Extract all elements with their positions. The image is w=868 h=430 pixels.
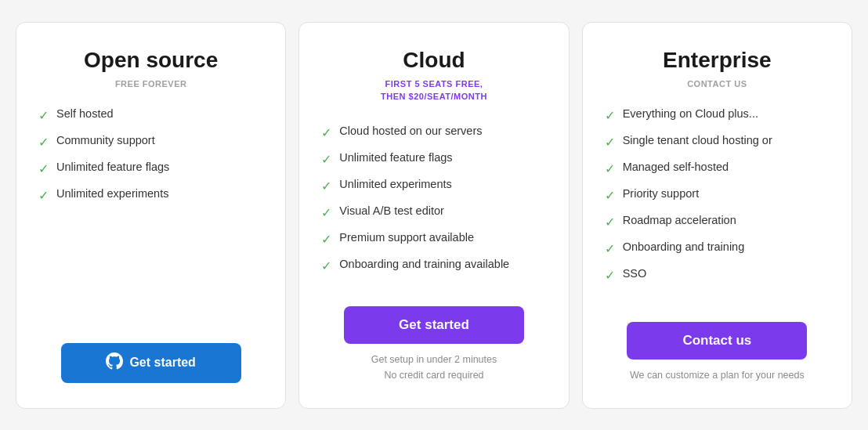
list-item: ✓ Cloud hosted on our servers	[321, 125, 546, 140]
check-icon: ✓	[605, 108, 615, 123]
check-icon: ✓	[321, 152, 331, 167]
list-item: ✓ Onboarding and training	[605, 240, 830, 256]
feature-label: Managed self-hosted	[623, 161, 729, 173]
open-source-card: Open source FREE FOREVER ✓ Self hosted ✓…	[16, 22, 286, 409]
list-item: ✓ Roadmap acceleration	[605, 214, 830, 229]
feature-label: Cloud hosted on our servers	[339, 125, 482, 137]
cloud-below-button-text: Get setup in under 2 minutesNo credit ca…	[371, 352, 497, 383]
list-item: ✓ Single tenant cloud hosting or	[605, 134, 830, 150]
cloud-button-label: Get started	[399, 317, 469, 333]
cloud-subtitle-block: FIRST 5 SEATS FREE, THEN $20/SEAT/MONTH	[381, 79, 487, 104]
check-icon: ✓	[321, 205, 331, 220]
feature-label: Self hosted	[56, 107, 114, 120]
check-icon: ✓	[321, 232, 331, 247]
check-icon: ✓	[38, 188, 49, 203]
check-icon: ✓	[605, 188, 615, 203]
list-item: ✓ Self hosted	[38, 107, 263, 123]
feature-label: Priority support	[623, 187, 700, 200]
github-icon	[106, 352, 123, 374]
pricing-container: Open source FREE FOREVER ✓ Self hosted ✓…	[16, 22, 852, 409]
check-icon: ✓	[38, 108, 49, 123]
cloud-subtitle-line2: THEN $20/SEAT/MONTH	[381, 92, 487, 101]
cloud-card: Cloud FIRST 5 SEATS FREE, THEN $20/SEAT/…	[298, 22, 569, 409]
feature-label: Unlimited feature flags	[339, 151, 452, 164]
list-item: ✓ Visual A/B test editor	[321, 204, 546, 220]
open-source-button-label: Get started	[129, 356, 195, 370]
enterprise-features: ✓ Everything on Cloud plus... ✓ Single t…	[605, 107, 830, 294]
list-item: ✓ Everything on Cloud plus...	[605, 107, 830, 123]
list-item: ✓ Unlimited experiments	[38, 187, 263, 203]
cloud-features: ✓ Cloud hosted on our servers ✓ Unlimite…	[321, 125, 546, 284]
list-item: ✓ Community support	[38, 134, 263, 150]
list-item: ✓ Unlimited experiments	[321, 178, 546, 193]
feature-label: Unlimited feature flags	[56, 161, 169, 173]
feature-label: Onboarding and training available	[339, 258, 509, 270]
list-item: ✓ Onboarding and training available	[321, 258, 546, 273]
enterprise-contact-us-button[interactable]: Contact us	[627, 322, 807, 360]
feature-label: Roadmap acceleration	[623, 214, 736, 226]
list-item: ✓ Unlimited feature flags	[38, 161, 263, 176]
list-item: ✓ Managed self-hosted	[605, 161, 830, 176]
check-icon: ✓	[605, 268, 615, 283]
open-source-title: Open source	[84, 48, 218, 73]
feature-label: Unlimited experiments	[56, 187, 168, 200]
open-source-subtitle: FREE FOREVER	[115, 79, 187, 89]
enterprise-button-label: Contact us	[682, 333, 751, 349]
check-icon: ✓	[321, 258, 331, 273]
check-icon: ✓	[321, 125, 331, 140]
check-icon: ✓	[605, 161, 615, 176]
check-icon: ✓	[321, 179, 331, 193]
cloud-title: Cloud	[403, 48, 465, 73]
feature-label: Onboarding and training	[623, 240, 745, 253]
feature-label: Visual A/B test editor	[339, 204, 444, 217]
check-icon: ✓	[605, 215, 615, 229]
check-icon: ✓	[38, 161, 49, 176]
list-item: ✓ Priority support	[605, 187, 830, 203]
list-item: ✓ Premium support available	[321, 231, 546, 247]
feature-label: Community support	[56, 134, 155, 146]
feature-label: Single tenant cloud hosting or	[623, 134, 772, 146]
list-item: ✓ SSO	[605, 267, 830, 283]
open-source-features: ✓ Self hosted ✓ Community support ✓ Unli…	[38, 107, 263, 214]
check-icon: ✓	[605, 241, 615, 256]
feature-label: Unlimited experiments	[339, 178, 451, 190]
check-icon: ✓	[605, 135, 615, 150]
list-item: ✓ Unlimited feature flags	[321, 151, 546, 167]
enterprise-below-button-text: We can customize a plan for your needs	[630, 367, 805, 383]
cloud-subtitle-line1: FIRST 5 SEATS FREE,	[381, 79, 487, 89]
feature-label: Premium support available	[339, 231, 474, 244]
check-icon: ✓	[38, 135, 49, 150]
enterprise-title: Enterprise	[663, 48, 772, 73]
feature-label: SSO	[623, 267, 647, 280]
enterprise-subtitle: CONTACT US	[687, 79, 747, 89]
open-source-get-started-button[interactable]: Get started	[61, 343, 241, 383]
feature-label: Everything on Cloud plus...	[623, 107, 758, 120]
cloud-get-started-button[interactable]: Get started	[344, 306, 524, 344]
enterprise-card: Enterprise CONTACT US ✓ Everything on Cl…	[582, 22, 852, 409]
